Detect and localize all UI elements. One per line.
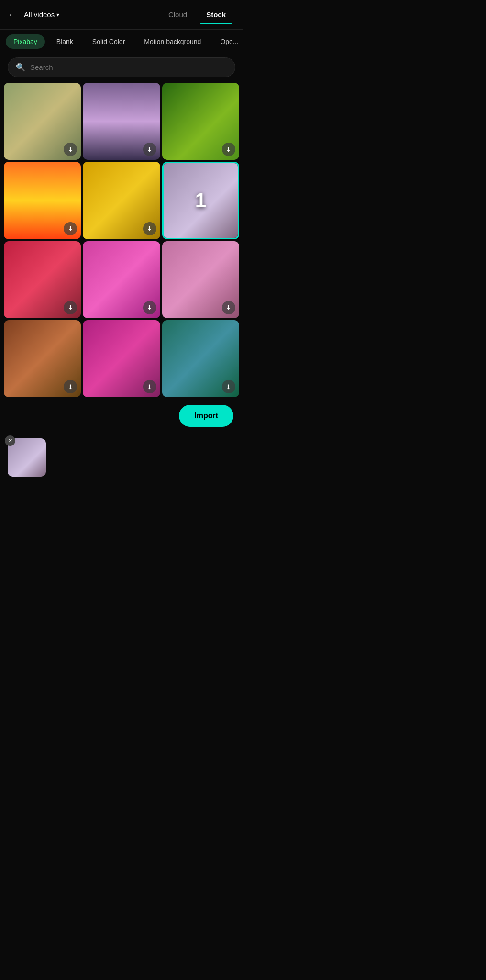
filter-tab-ope[interactable]: Ope...: [212, 34, 243, 49]
back-icon: ←: [8, 9, 18, 21]
media-grid: ⬇ ⬇ ⬇ ⬇ ⬇ 1 ⬇ ⬇ ⬇ ⬇ ⬇ ⬇: [0, 83, 243, 397]
import-container: Import: [0, 397, 243, 434]
download-btn-8[interactable]: ⬇: [143, 301, 156, 314]
filter-tabs: Pixabay Blank Solid Color Motion backgro…: [0, 30, 243, 54]
grid-item-11[interactable]: ⬇: [83, 320, 160, 397]
filter-tab-pixabay[interactable]: Pixabay: [6, 34, 45, 49]
grid-item-4[interactable]: ⬇: [4, 162, 81, 239]
grid-item-12[interactable]: ⬇: [162, 320, 239, 397]
grid-item-1[interactable]: ⬇: [4, 83, 81, 160]
all-videos-dropdown[interactable]: All videos ▾: [24, 11, 59, 19]
download-btn-5[interactable]: ⬇: [143, 222, 156, 235]
nav-tabs: Cloud Stock: [65, 6, 235, 23]
grid-item-8[interactable]: ⬇: [83, 241, 160, 318]
grid-item-2[interactable]: ⬇: [83, 83, 160, 160]
search-container: 🔍: [0, 54, 243, 83]
grid-item-10[interactable]: ⬇: [4, 320, 81, 397]
filter-tab-motion-background[interactable]: Motion background: [136, 34, 209, 49]
download-btn-9[interactable]: ⬇: [222, 301, 235, 314]
preview-container: ✕: [8, 438, 46, 477]
download-btn-4[interactable]: ⬇: [64, 222, 77, 235]
selected-badge-6: 1: [195, 189, 206, 212]
filter-tab-blank[interactable]: Blank: [49, 34, 81, 49]
search-input[interactable]: [30, 63, 227, 71]
download-btn-11[interactable]: ⬇: [143, 380, 156, 393]
all-videos-label: All videos: [24, 11, 55, 19]
tab-cloud[interactable]: Cloud: [159, 6, 197, 23]
search-bar: 🔍: [8, 57, 235, 77]
import-button[interactable]: Import: [179, 405, 233, 427]
grid-item-5[interactable]: ⬇: [83, 162, 160, 239]
grid-item-6[interactable]: 1: [162, 162, 239, 239]
chevron-down-icon: ▾: [56, 11, 59, 18]
header: ← All videos ▾ Cloud Stock: [0, 0, 243, 29]
download-btn-2[interactable]: ⬇: [143, 143, 156, 156]
grid-item-7[interactable]: ⬇: [4, 241, 81, 318]
back-button[interactable]: ←: [8, 9, 18, 21]
grid-item-3[interactable]: ⬇: [162, 83, 239, 160]
filter-tab-solid-color[interactable]: Solid Color: [85, 34, 133, 49]
search-icon: 🔍: [16, 63, 25, 72]
grid-item-9[interactable]: ⬇: [162, 241, 239, 318]
tab-stock[interactable]: Stock: [197, 6, 235, 23]
